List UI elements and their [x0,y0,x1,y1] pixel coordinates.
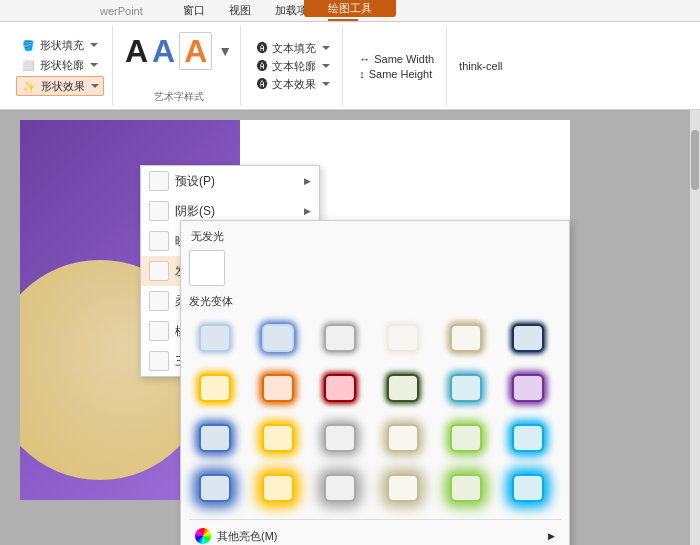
glow-square-2 [262,324,294,352]
glow-item-23[interactable] [440,465,492,511]
same-width-icon: ↔ [359,53,370,65]
app-title: werPoint [100,5,143,17]
glow-item-9[interactable] [314,365,366,411]
shadow-icon [149,201,169,221]
glow-item-11[interactable] [440,365,492,411]
glow-variants-label: 发光变体 [189,294,561,309]
glow-square-12 [512,374,544,402]
soft-edges-icon [149,291,169,311]
glow-item-7[interactable] [189,365,241,411]
glow-square-5 [450,324,482,352]
glow-square-14 [262,424,294,452]
glow-square-19 [199,474,231,502]
shape-outline-arrow [90,63,98,67]
slide-area: 预设(P) ▶ 阴影(S) ▶ 映像(R) ▶ 发光(G) ▶ 柔化边缘(E) … [0,110,700,545]
draw-tools-label: 绘图工具 [304,0,396,17]
glow-square-10 [387,374,419,402]
scrollbar[interactable] [690,110,700,545]
art-a-blue[interactable]: A [152,35,175,67]
more-colors-arrow: ▶ [548,531,555,541]
text-outline-arrow [322,64,330,68]
text-outline-icon: 🅐 [257,60,268,72]
glow-square-9 [324,374,356,402]
shape-effect-arrow [91,84,99,88]
tab-window[interactable]: 窗口 [179,1,209,20]
glow-item-19[interactable] [189,465,241,511]
glow-square-13 [199,424,231,452]
preset-icon [149,171,169,191]
glow-item-16[interactable] [377,415,429,461]
more-colors-item[interactable]: 其他亮色(M) ▶ [189,524,561,545]
same-height-icon: ↕ [359,68,365,80]
glow-square-1 [199,324,231,352]
glow-item-24[interactable] [502,465,554,511]
glow-square-23 [450,474,482,502]
glow-grid [189,315,561,511]
glow-submenu: 无发光 发光变体 [180,220,570,545]
glow-square-16 [387,424,419,452]
scrollbar-thumb[interactable] [691,130,699,190]
shadow-arrow: ▶ [304,206,311,216]
shape-outline-icon: ⬜ [20,57,36,73]
text-fill-btn[interactable]: 🅐 文本填充 [253,40,334,57]
glow-item-14[interactable] [252,415,304,461]
glow-item-13[interactable] [189,415,241,461]
text-outline-btn[interactable]: 🅐 文本轮廓 [253,58,334,75]
glow-item-6[interactable] [502,315,554,361]
no-glow-box[interactable] [189,250,225,286]
glow-item-15[interactable] [314,415,366,461]
glow-item-8[interactable] [252,365,304,411]
text-effect-icon: 🅐 [257,78,268,90]
ribbon: 绘图工具 werPoint 窗口 视图 加载项 格式 🪣 形状填充 ⬜ 形状轮廓 [0,0,700,110]
bevel-icon [149,321,169,341]
shape-effect-btn[interactable]: ✨ 形状效果 [16,76,104,96]
glow-item-18[interactable] [502,415,554,461]
glow-item-22[interactable] [377,465,429,511]
text-fill-arrow [322,46,330,50]
menu-item-preset[interactable]: 预设(P) ▶ [141,166,319,196]
shape-outline-btn[interactable]: ⬜ 形状轮廓 [16,56,104,74]
shape-btn-group: 🪣 形状填充 ⬜ 形状轮廓 ✨ 形状效果 [16,36,104,96]
preset-arrow: ▶ [304,176,311,186]
glow-square-4 [387,324,419,352]
art-a-orange[interactable]: A [179,32,212,70]
text-fill-icon: 🅐 [257,42,268,54]
glow-item-2[interactable] [252,315,304,361]
art-text-section: A A A ▼ 艺术字样式 [117,26,241,106]
tab-view[interactable]: 视图 [225,1,255,20]
glow-square-21 [324,474,356,502]
same-height-btn[interactable]: ↕ Same Height [355,67,438,81]
shape-effect-icon: ✨ [21,78,37,94]
think-cell-col: think-cell [451,26,510,106]
glow-item-1[interactable] [189,315,241,361]
same-width-btn[interactable]: ↔ Same Width [355,52,438,66]
art-a-black[interactable]: A [125,35,148,67]
glow-item-21[interactable] [314,465,366,511]
shape-fill-icon: 🪣 [20,37,36,53]
text-effects-col: 🅐 文本填充 🅐 文本轮廓 🅐 文本效果 [245,26,343,106]
shape-section: 🪣 形状填充 ⬜ 形状轮廓 ✨ 形状效果 [8,26,113,106]
text-effect-btn[interactable]: 🅐 文本效果 [253,76,334,93]
glow-square-7 [199,374,231,402]
art-text-label: 艺术字样式 [154,88,204,104]
art-expand-icon[interactable]: ▼ [218,43,232,59]
glow-square-11 [450,374,482,402]
no-glow-label: 无发光 [189,229,561,244]
reflection-icon [149,231,169,251]
art-text-buttons: A A A ▼ [125,28,232,74]
same-dimensions-col: ↔ Same Width ↕ Same Height [347,26,447,106]
glow-square-22 [387,474,419,502]
glow-square-17 [450,424,482,452]
glow-square-18 [512,424,544,452]
glow-square-3 [324,324,356,352]
shape-fill-arrow [90,43,98,47]
glow-item-4[interactable] [377,315,429,361]
glow-item-5[interactable] [440,315,492,361]
glow-item-17[interactable] [440,415,492,461]
shape-fill-btn[interactable]: 🪣 形状填充 [16,36,104,54]
think-cell-label: think-cell [459,60,502,72]
glow-item-20[interactable] [252,465,304,511]
glow-item-10[interactable] [377,365,429,411]
glow-item-12[interactable] [502,365,554,411]
glow-item-3[interactable] [314,315,366,361]
